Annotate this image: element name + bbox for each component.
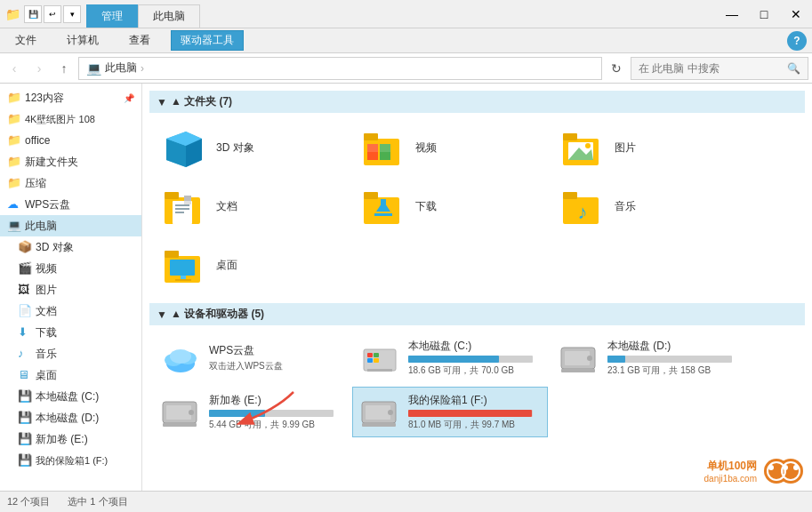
tab-manage[interactable]: 管理 — [86, 4, 138, 28]
svg-rect-45 — [374, 358, 379, 363]
d-drive-name: 本地磁盘 (D:) — [607, 339, 739, 354]
wps-drive-name: WPS云盘 — [209, 343, 341, 358]
svg-point-14 — [585, 143, 591, 148]
forward-btn[interactable]: › — [28, 58, 50, 79]
f-drive-bar-fill — [408, 410, 532, 417]
d-drive-size: 23.1 GB 可用，共 158 GB — [607, 364, 739, 377]
search-box: 🔍 — [631, 57, 808, 80]
up-btn[interactable]: ↑ — [53, 58, 75, 79]
local-c-icon: 💾 — [18, 389, 32, 404]
sidebar-item-videos[interactable]: 🎬 视频 — [0, 258, 141, 279]
folder-img-music: ♪ — [559, 187, 606, 226]
sidebar-item-downloads[interactable]: ⬇ 下载 — [0, 322, 141, 343]
svg-point-39 — [170, 349, 191, 364]
sidebar-item-new-e[interactable]: 💾 新加卷 (E:) — [0, 428, 141, 450]
svg-point-64 — [768, 465, 774, 470]
svg-rect-52 — [166, 405, 191, 420]
sidebar-item-123content[interactable]: 📁 123内容 📌 — [0, 87, 141, 108]
safe-f-icon: 💾 — [18, 453, 32, 468]
selected-count: 选中 1 个项目 — [68, 495, 127, 508]
folder-icon-2: 📁 — [7, 133, 21, 148]
folder-item-videos[interactable]: 视频 — [352, 120, 548, 175]
sidebar-label-new-e: 新加卷 (E:) — [36, 432, 88, 447]
sidebar-item-thispc[interactable]: 💻 此电脑 — [0, 215, 141, 236]
svg-rect-11 — [563, 133, 577, 140]
app-icon: 📁 — [5, 7, 20, 21]
refresh-btn[interactable]: ↻ — [606, 58, 627, 79]
folder-item-music[interactable]: ♪ 音乐 — [551, 179, 747, 234]
sidebar-item-local-c[interactable]: 💾 本地磁盘 (C:) — [0, 386, 141, 407]
folder-icon-1: 📁 — [7, 112, 21, 126]
sidebar-item-documents[interactable]: 📄 文档 — [0, 300, 141, 322]
documents-icon: 📄 — [18, 304, 32, 318]
ribbon-view-btn[interactable]: 查看 — [119, 30, 160, 51]
devices-section-header[interactable]: ▼ ▲ 设备和驱动器 (5) — [149, 303, 805, 325]
quick-undo-btn[interactable]: ↩ — [44, 5, 61, 23]
folders-section-header[interactable]: ▼ ▲ 文件夹 (7) — [149, 91, 805, 113]
search-input[interactable] — [639, 62, 784, 75]
desktop-icon: 🖥 — [18, 368, 32, 382]
svg-point-67 — [781, 469, 784, 473]
sidebar-item-3dobjects[interactable]: 📦 3D 对象 — [0, 236, 141, 258]
folder-icon: 📁 — [7, 91, 21, 105]
drive-item-d[interactable]: 本地磁盘 (D:) 23.1 GB 可用，共 158 GB — [551, 332, 747, 383]
c-drive-icon — [360, 342, 399, 374]
sidebar-item-pictures[interactable]: 🖼 图片 — [0, 279, 141, 300]
maximize-btn[interactable]: □ — [748, 0, 780, 28]
quick-extra-btn[interactable]: ▾ — [63, 5, 81, 23]
sidebar-item-safe-f[interactable]: 💾 我的保险箱1 (F:) — [0, 450, 141, 471]
close-btn[interactable]: ✕ — [780, 0, 812, 28]
svg-point-66 — [793, 465, 799, 470]
drive-item-c[interactable]: 本地磁盘 (C:) 18.6 GB 可用，共 70.0 GB — [352, 332, 548, 383]
sidebar-item-music[interactable]: ♪ 音乐 — [0, 343, 141, 364]
title-tabs: 管理 此电脑 — [86, 0, 716, 28]
drive-item-e[interactable]: 新加卷 (E:) 5.44 GB 可用，共 9.99 GB — [153, 387, 349, 437]
minimize-btn[interactable]: — — [716, 0, 748, 28]
devices-arrow: ▼ — [157, 308, 167, 321]
sidebar-item-4kwallpaper[interactable]: 📁 4K壁纸图片 108 — [0, 108, 141, 130]
svg-rect-5 — [364, 133, 378, 140]
drive-item-wps[interactable]: WPS云盘 双击进入WPS云盘 — [153, 332, 349, 383]
folder-item-downloads[interactable]: 下载 — [352, 179, 548, 234]
folder-label-videos: 视频 — [415, 140, 437, 156]
d-drive-bar-fill — [607, 356, 625, 363]
folder-icon-3: 📁 — [7, 155, 21, 169]
drive-item-f[interactable]: 我的保险箱1 (F:) 81.0 MB 可用，共 99.7 MB — [352, 387, 548, 437]
folder-item-desktop[interactable]: 桌面 — [153, 237, 349, 292]
sidebar-item-local-d[interactable]: 💾 本地磁盘 (D:) — [0, 407, 141, 428]
folder-item-documents[interactable]: 文档 — [153, 179, 349, 234]
help-btn[interactable]: ? — [787, 31, 807, 51]
sidebar-item-wpscloud[interactable]: ☁ WPS云盘 — [0, 194, 141, 215]
back-btn[interactable]: ‹ — [4, 58, 25, 79]
folder-item-pictures[interactable]: 图片 — [551, 120, 747, 175]
sidebar-item-office[interactable]: 📁 office — [0, 130, 141, 151]
sidebar-label-local-d: 本地磁盘 (D:) — [36, 411, 99, 426]
ribbon-file-btn[interactable]: 文件 — [5, 30, 46, 51]
svg-rect-50 — [561, 369, 595, 372]
address-path[interactable]: 💻 此电脑 › — [78, 57, 602, 80]
local-d-icon: 💾 — [18, 411, 32, 425]
folder-item-3d[interactable]: 3D 对象 — [153, 120, 349, 175]
sidebar-item-newfolder[interactable]: 📁 新建文件夹 — [0, 151, 141, 172]
folder-icon-4: 📁 — [7, 176, 21, 190]
sidebar-item-desktop[interactable]: 🖥 桌面 — [0, 364, 141, 386]
svg-rect-27 — [374, 213, 392, 216]
svg-rect-58 — [362, 423, 396, 427]
quick-save-btn[interactable]: 💾 — [24, 5, 42, 23]
item-count: 12 个项目 — [7, 495, 50, 508]
ribbon-computer-btn[interactable]: 计算机 — [57, 30, 109, 51]
svg-text:♪: ♪ — [578, 201, 588, 223]
ribbon-drive-tools[interactable]: 驱动器工具 — [171, 30, 244, 51]
f-drive-bar-bg — [408, 410, 533, 417]
folders-grid: 3D 对象 视频 — [149, 120, 805, 292]
folder-img-downloads — [360, 187, 406, 226]
watermark-logo — [762, 455, 803, 487]
c-drive-bar-fill — [408, 356, 499, 363]
sidebar-item-compressed[interactable]: 📁 压缩 — [0, 172, 141, 194]
wps-cloud-icon: ☁ — [7, 197, 21, 212]
folder-img-3d — [161, 128, 207, 167]
videos-icon: 🎬 — [18, 261, 32, 276]
d-drive-bar-bg — [607, 356, 732, 363]
f-drive-name: 我的保险箱1 (F:) — [408, 393, 540, 408]
tab-this-pc[interactable]: 此电脑 — [138, 4, 200, 28]
